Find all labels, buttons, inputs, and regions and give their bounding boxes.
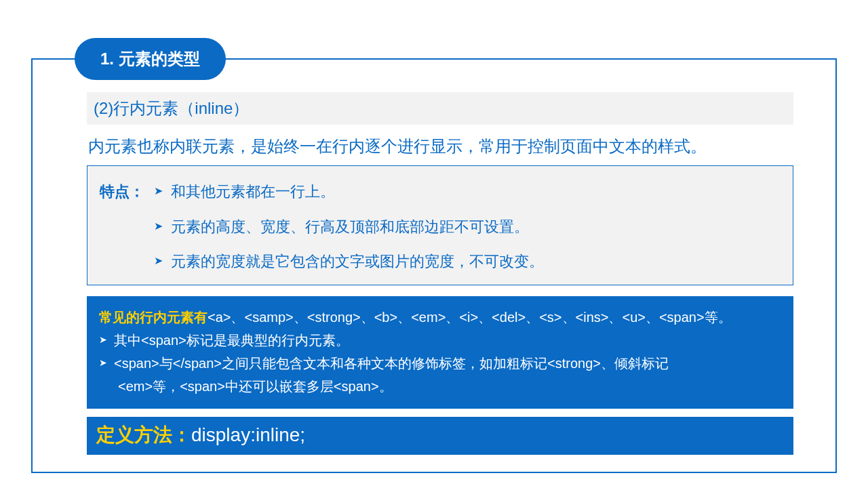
bullet-arrow-icon: ➤ <box>154 214 163 239</box>
common-elements-box: 常见的行内元素有<a>、<samp>、<strong>、<b>、<em>、<i>… <box>87 296 793 409</box>
feature-item: ➤ 元素的宽度就是它包含的文字或图片的宽度，不可改变。 <box>154 248 781 275</box>
definition-box: 定义方法：display:inline; <box>87 417 793 455</box>
feature-item: ➤ 和其他元素都在一行上。 <box>154 178 781 205</box>
feature-item: ➤ 元素的高度、宽度、行高及顶部和底部边距不可设置。 <box>154 214 781 241</box>
note-text: 其中<span>标记是最典型的行内元素。 <box>114 329 349 352</box>
section-header: (2)行内元素（inline） <box>87 92 793 125</box>
note-line: ➤ 其中<span>标记是最典型的行内元素。 <box>99 329 781 352</box>
note-line-continued: <em>等，<span>中还可以嵌套多层<span>。 <box>99 375 781 398</box>
note-text: <em>等，<span>中还可以嵌套多层<span>。 <box>118 379 393 394</box>
features-list: ➤ 和其他元素都在一行上。 ➤ 元素的高度、宽度、行高及顶部和底部边距不可设置。… <box>154 178 781 275</box>
content-area: (2)行内元素（inline） 内元素也称内联元素，是始终一在行内逐个进行显示，… <box>87 92 793 455</box>
bullet-arrow-icon: ➤ <box>99 329 107 352</box>
features-box: 特点： ➤ 和其他元素都在一行上。 ➤ 元素的高度、宽度、行高及顶部和底部边距不… <box>87 165 793 285</box>
feature-text: 元素的高度、宽度、行高及顶部和底部边距不可设置。 <box>171 214 529 241</box>
note-line: ➤ <span>与</span>之间只能包含文本和各种文本的修饰标签，如加粗标记… <box>99 352 781 375</box>
definition-value: display:inline; <box>191 424 305 445</box>
bullet-arrow-icon: ➤ <box>99 352 107 375</box>
feature-text: 元素的宽度就是它包含的文字或图片的宽度，不可改变。 <box>171 248 544 275</box>
note-text: <span>与</span>之间只能包含文本和各种文本的修饰标签，如加粗标记<s… <box>114 352 669 375</box>
common-line: 常见的行内元素有<a>、<samp>、<strong>、<b>、<em>、<i>… <box>99 306 781 329</box>
feature-text: 和其他元素都在一行上。 <box>171 178 335 205</box>
bullet-arrow-icon: ➤ <box>154 178 163 204</box>
features-label: 特点： <box>100 178 144 275</box>
common-label: 常见的行内元素有 <box>99 310 208 325</box>
definition-label: 定义方法： <box>96 424 191 445</box>
intro-text: 内元素也称内联元素，是始终一在行内逐个进行显示，常用于控制页面中文本的样式。 <box>87 125 793 165</box>
bullet-arrow-icon: ➤ <box>154 248 163 274</box>
title-pill: 1. 元素的类型 <box>75 38 226 80</box>
common-text: <a>、<samp>、<strong>、<b>、<em>、<i>、<del>、<… <box>208 310 732 325</box>
